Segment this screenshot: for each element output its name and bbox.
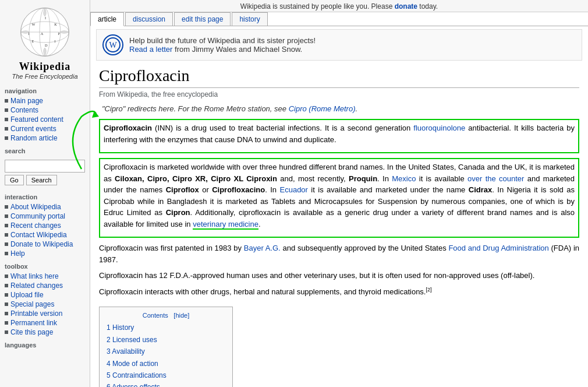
special-link[interactable]: Special pages <box>10 300 54 308</box>
ecuador-link[interactable]: Ecuador <box>280 185 308 194</box>
languages-label: languages <box>0 337 90 350</box>
bullet-icon <box>5 275 8 278</box>
what-links-link[interactable]: What links here <box>10 272 59 280</box>
ref2[interactable]: [2] <box>426 287 431 293</box>
redirect-text: "Cipro" redirects here. For the Rome Met… <box>102 104 286 113</box>
contents-item-3[interactable]: 3 Availability <box>107 346 225 357</box>
interaction-label: interaction <box>0 189 90 202</box>
sidebar-item-contents[interactable]: Contents <box>0 105 90 115</box>
bullet-icon <box>5 302 8 306</box>
contents-item-1[interactable]: 1 History <box>107 322 225 333</box>
search-button[interactable]: Search <box>26 175 57 185</box>
toolbox-label: toolbox <box>0 258 90 272</box>
tab-history[interactable]: history <box>232 12 267 26</box>
bullet-icon <box>5 233 8 237</box>
random-link[interactable]: Random article <box>10 134 58 142</box>
contents-item-6[interactable]: 6 Adverse effects <box>107 381 225 387</box>
contents-item-5[interactable]: 5 Contraindications <box>107 370 225 381</box>
ciprofloxacino-bold: Ciprofloxacino <box>212 185 265 194</box>
redirect-link[interactable]: Cipro (Rome Metro) <box>289 104 356 113</box>
bullet-icon <box>5 321 8 325</box>
permanent-link[interactable]: Permanent link <box>10 319 57 327</box>
sidebar-item-upload[interactable]: Upload file <box>0 290 90 300</box>
contents-adverse-link[interactable]: 6 Adverse effects <box>107 383 160 387</box>
tab-edit[interactable]: edit this page <box>174 12 231 26</box>
bullet-icon <box>5 312 8 315</box>
sidebar-item-help[interactable]: Help <box>0 249 90 258</box>
navigation-label: navigation <box>0 83 90 96</box>
search-input[interactable] <box>5 160 85 173</box>
sidebar-item-main-page[interactable]: Main page <box>0 96 90 105</box>
related-changes-link[interactable]: Related changes <box>10 282 63 290</box>
cidrax-bold: Cidrax <box>469 185 492 194</box>
tabs-bar: article discussion edit this page histor… <box>90 12 588 26</box>
go-button[interactable]: Go <box>5 175 24 185</box>
sidebar-item-special[interactable]: Special pages <box>0 300 90 309</box>
sidebar-item-permanent[interactable]: Permanent link <box>0 318 90 328</box>
contents-licensed-link[interactable]: 2 Licensed uses <box>107 336 157 344</box>
sidebar-item-cite[interactable]: Cite this page <box>0 328 90 337</box>
contents-mode-link[interactable]: 4 Mode of action <box>107 360 158 368</box>
fda-link[interactable]: Food and Drug Administration <box>448 244 548 252</box>
contents-history-link[interactable]: 1 History <box>107 323 134 332</box>
para4: Ciprofloxacin has 12 F.D.A.-approved hum… <box>99 270 579 282</box>
cipron-bold: Cipron <box>166 208 190 217</box>
contact-link[interactable]: Contact Wikipedia <box>10 231 67 239</box>
para5: Ciprofloxacin interacts with other drugs… <box>99 286 579 298</box>
contents-link[interactable]: Contents <box>10 106 38 114</box>
para3: Ciprofloxacin was first patented in 1983… <box>99 242 579 265</box>
bullet-icon <box>5 293 8 297</box>
contents-contra-link[interactable]: 5 Contraindications <box>107 371 167 379</box>
help-link[interactable]: Help <box>10 249 25 258</box>
sidebar-item-recent-changes[interactable]: Recent changes <box>0 221 90 230</box>
tab-article[interactable]: article <box>90 12 124 26</box>
proquin-bold: Proquin <box>349 174 377 183</box>
recent-changes-link[interactable]: Recent changes <box>10 221 61 230</box>
article: Ciprofloxacin From Wikipedia, the free e… <box>90 64 588 387</box>
donation-letter-link[interactable]: Read a letter <box>129 45 172 54</box>
sidebar-item-current-events[interactable]: Current events <box>0 124 90 133</box>
logo-area: W I K I P E D I A Wikipedia The Free Enc… <box>0 0 90 83</box>
donation-text-area: Help build the future of Wikipedia and i… <box>129 36 316 54</box>
wikipedia-logo: W I K I P E D I A <box>19 6 71 58</box>
current-events-link[interactable]: Current events <box>10 125 56 133</box>
search-buttons: Go Search <box>5 175 85 185</box>
over-counter-link[interactable]: over the counter <box>467 174 524 183</box>
contents-hide[interactable]: [hide] <box>173 312 189 319</box>
sidebar-item-featured[interactable]: Featured content <box>0 115 90 124</box>
intro-paragraph: Ciprofloxacin (INN) is a drug used to tr… <box>104 122 575 145</box>
redirect-notice: "Cipro" redirects here. For the Rome Met… <box>99 104 579 113</box>
donation-letter-text: Read a letter from Jimmy Wales and Micha… <box>129 45 316 54</box>
about-link[interactable]: About Wikipedia <box>10 203 61 211</box>
donate-top-link[interactable]: donate <box>395 2 417 10</box>
contents-title: Contents [hide] <box>107 311 225 319</box>
donate-link[interactable]: Donate to Wikipedia <box>10 240 73 248</box>
para2-highlight-box: Ciprofloxacin is marketed worldwide with… <box>99 158 579 238</box>
contents-item-2[interactable]: 2 Licensed uses <box>107 334 225 346</box>
contents-item-4[interactable]: 4 Mode of action <box>107 358 225 370</box>
search-label: search <box>0 143 90 156</box>
sidebar-item-random[interactable]: Random article <box>0 133 90 143</box>
sidebar-item-contact[interactable]: Contact Wikipedia <box>0 230 90 240</box>
featured-link[interactable]: Featured content <box>10 115 63 124</box>
cite-link[interactable]: Cite this page <box>10 328 53 336</box>
sidebar-item-what-links[interactable]: What links here <box>0 272 90 281</box>
upload-link[interactable]: Upload file <box>10 291 44 299</box>
community-link[interactable]: Community portal <box>10 212 65 220</box>
sidebar-item-related-changes[interactable]: Related changes <box>0 281 90 290</box>
sidebar-item-donate[interactable]: Donate to Wikipedia <box>0 240 90 249</box>
fluoroquinolone-link[interactable]: fluoroquinolone <box>413 124 465 132</box>
main-page-link[interactable]: Main page <box>10 97 43 105</box>
printable-link[interactable]: Printable version <box>10 309 62 318</box>
sidebar-item-community[interactable]: Community portal <box>0 212 90 221</box>
mexico-link[interactable]: Mexico <box>392 174 416 183</box>
bullet-icon <box>5 127 8 131</box>
vet-med-link[interactable]: veterinary medicine <box>193 220 258 230</box>
bayer-link[interactable]: Bayer A.G. <box>244 244 281 252</box>
contents-availability-link[interactable]: 3 Availability <box>107 347 145 356</box>
donation-main-text: Help build the future of Wikipedia and i… <box>129 36 316 45</box>
sidebar-item-about[interactable]: About Wikipedia <box>0 202 90 212</box>
sidebar-item-printable[interactable]: Printable version <box>0 309 90 318</box>
tab-discussion[interactable]: discussion <box>125 12 173 26</box>
intro-section: Ciprofloxacin (INN) is a drug used to tr… <box>99 119 579 153</box>
